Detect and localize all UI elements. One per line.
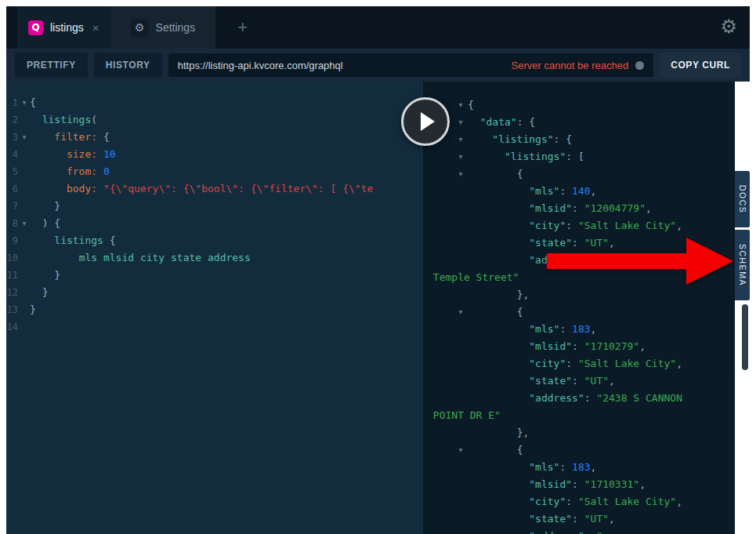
fold-arrow-icon[interactable]: ▾ [20, 94, 29, 111]
query-editor[interactable]: 1▾{2 listings(3▾ filter: {4 size: 105 fr… [6, 82, 423, 534]
code-token: mls mlsid city state address [79, 252, 251, 263]
tab-bar: Q listings × ⚙ Settings + ⚙ [6, 6, 750, 49]
code-token: size: [67, 148, 97, 160]
fold-arrow-icon[interactable]: ▾ [456, 148, 465, 165]
code-token: body: [67, 183, 97, 194]
code-token: { [30, 96, 36, 108]
editor-line[interactable]: 10 mls mlsid city state address [6, 249, 423, 267]
response-line: "address": "2438 S CANNON [423, 390, 735, 407]
fold-arrow-icon[interactable]: ▾ [20, 215, 29, 232]
editor-line[interactable]: 9 listings { [6, 232, 423, 249]
code-token: "listings" [492, 133, 553, 145]
fold-arrow-icon[interactable]: ▾ [456, 165, 465, 183]
code-token [30, 234, 54, 246]
code-token [30, 114, 42, 125]
fold-arrow-icon[interactable]: ▾ [456, 96, 465, 114]
editor-line[interactable]: 14 [6, 318, 423, 336]
code-token: : [584, 392, 597, 404]
endpoint-url-value: https://listing-api.kvcore.com/graphql [178, 60, 512, 71]
editor-line[interactable]: 1▾{ [6, 94, 423, 111]
editor-line[interactable]: 11 } [6, 267, 423, 284]
editor-line[interactable]: 2 listings( [6, 111, 423, 129]
copy-curl-button[interactable]: COPY CURL [660, 53, 741, 78]
response-line: "city": "Salt Lake City", [423, 355, 735, 372]
code-token [468, 254, 529, 266]
code-token: { [517, 168, 523, 180]
prettify-button[interactable]: PRETTIFY [15, 53, 88, 78]
code-token [468, 358, 529, 369]
editor-line[interactable]: 7 } [6, 198, 423, 215]
response-pane[interactable]: ▾{▾ "data": {▾ "listings": {▾ "listings"… [423, 82, 735, 534]
code-token: "mlsid" [529, 478, 572, 490]
code-token [30, 269, 54, 281]
code-token: : { [517, 116, 535, 128]
code-token [30, 183, 67, 194]
code-token: { [97, 131, 110, 143]
editor-line[interactable]: 4 size: 10 [6, 146, 423, 163]
editor-line[interactable]: 12 } [6, 284, 423, 301]
fold-arrow-icon[interactable]: ▾ [456, 114, 465, 131]
code-token: "UT" [584, 513, 609, 525]
history-button[interactable]: HISTORY [94, 53, 162, 78]
code-token [468, 530, 529, 534]
fold-arrow-icon[interactable]: ▾ [456, 131, 465, 148]
response-line: "state": "UT", [423, 372, 735, 390]
schema-tab[interactable]: SCHEMA [735, 230, 750, 300]
code-token: { [103, 234, 116, 246]
editor-line[interactable]: 5 from: 0 [6, 163, 423, 180]
code-token [30, 131, 54, 143]
code-token: "address" [529, 392, 584, 404]
code-token: "city" [529, 220, 566, 231]
docs-tab[interactable]: DOCS [735, 171, 750, 227]
response-line: ▾ { [423, 165, 735, 183]
code-token: : [572, 340, 584, 352]
annotation-arrow-icon [547, 236, 735, 286]
code-token: } [30, 303, 36, 315]
editor-line[interactable]: 8▾ ) { [6, 215, 423, 232]
fold-arrow-icon[interactable]: ▾ [456, 441, 465, 459]
line-number: 9 [6, 232, 18, 249]
editor-line[interactable]: 6 body: "{\"query\": {\"bool\": {\"filte… [6, 180, 423, 198]
toolbar: PRETTIFY HISTORY https://listing-api.kvc… [6, 49, 750, 82]
code-token: { [517, 444, 523, 456]
endpoint-url-input[interactable]: https://listing-api.kvcore.com/graphql S… [168, 53, 653, 77]
code-token [468, 496, 529, 507]
code-token: "mlsid" [529, 202, 572, 214]
code-token: , [646, 202, 652, 214]
code-token [30, 200, 54, 212]
response-line: "state": "UT", [423, 510, 735, 528]
fold-arrow-icon[interactable]: ▾ [20, 129, 29, 146]
response-line: }, [423, 286, 735, 303]
response-line: "city": "Salt Lake City", [423, 493, 735, 510]
response-lines: ▾{▾ "data": {▾ "listings": {▾ "listings"… [423, 82, 735, 534]
code-token: "mls" [529, 461, 559, 473]
line-number: 13 [6, 301, 18, 318]
side-rail: DOCS SCHEMA [735, 82, 750, 534]
code-token: , [676, 496, 682, 507]
editor-line[interactable]: 3▾ filter: { [6, 129, 423, 146]
tab-settings[interactable]: ⚙ Settings [110, 6, 216, 49]
new-tab-button[interactable]: + [237, 17, 248, 38]
connection-status-icon [635, 61, 644, 70]
editor-line[interactable]: 13} [6, 301, 423, 318]
close-icon[interactable]: × [92, 21, 99, 35]
tab-listings[interactable]: Q listings × [17, 6, 110, 49]
code-token: "1710279" [584, 340, 639, 352]
response-line: ▾ "listings": { [423, 131, 735, 148]
execute-query-button[interactable] [401, 97, 450, 146]
gear-icon: ⚙ [131, 19, 149, 37]
code-token [468, 444, 517, 456]
response-line: "address": " [423, 528, 735, 534]
fold-arrow-icon[interactable]: ▾ [456, 303, 465, 321]
query-tab-icon: Q [28, 20, 43, 35]
code-token: 183 [572, 461, 590, 473]
code-token: 10 [97, 148, 115, 160]
line-number: 6 [6, 180, 18, 198]
code-token: from: [67, 165, 97, 177]
code-token: } [54, 200, 60, 212]
settings-gear-icon[interactable]: ⚙ [720, 16, 737, 38]
code-token [468, 168, 517, 180]
scrollbar-thumb[interactable] [742, 304, 748, 370]
response-line: "mlsid": "12004779", [423, 200, 735, 217]
code-token: }, [517, 289, 530, 300]
